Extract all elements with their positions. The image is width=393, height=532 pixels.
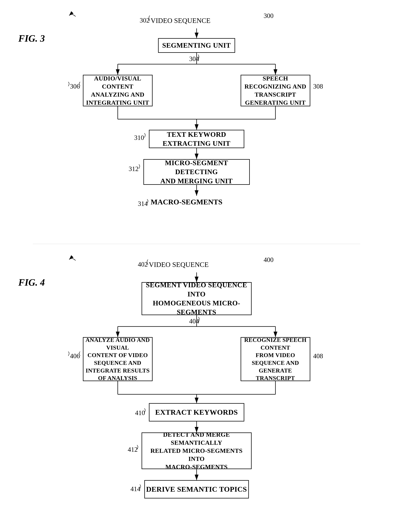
fig4-label: FIG. 4: [18, 277, 45, 288]
recognize-speech-box: RECOGNIZE SPEECH CONTENT FROM VIDEO SEQU…: [241, 337, 310, 381]
ref-308: 308: [313, 83, 323, 90]
ref-302: 302: [140, 16, 150, 24]
ref-402: 402: [138, 260, 148, 268]
ref-404: 404: [189, 317, 199, 325]
page: FIG. 3: [0, 0, 393, 532]
detect-merge-box: DETECT AND MERGE SEMANTICALLY RELATED MI…: [142, 432, 252, 469]
ref-412: 412: [128, 446, 138, 453]
ref-312: 312: [129, 165, 139, 173]
ref-310: 310: [134, 134, 144, 142]
ref300-arrow: [68, 11, 79, 22]
ref-406: 406: [70, 352, 80, 360]
fig3-flowchart: 300 302 VIDEO SEQUENCE SEGMENTING UNIT 3…: [68, 11, 325, 222]
ref400-arrow: [68, 255, 79, 266]
ref-314: 314: [138, 200, 148, 208]
segment-video-box: SEGMENT VIDEO SEQUENCE INTO HOMOGENEOUS …: [142, 282, 252, 315]
fig4-flowchart: 400 402 VIDEO SEQUENCE SEGMENT VIDEO SEQ…: [68, 255, 325, 530]
derive-semantic-box: DERIVE SEMANTIC TOPICS: [144, 480, 249, 498]
audio-visual-box: AUDIO/VISUAL CONTENT ANALYZING AND INTEG…: [83, 75, 152, 106]
ref-304: 304: [189, 55, 199, 63]
ref-408: 408: [313, 352, 323, 360]
video-sequence-label-3: VIDEO SEQUENCE: [151, 16, 211, 24]
micro-segment-box: MICRO-SEGMENT DETECTING AND MERGING UNIT: [143, 159, 250, 185]
fig4-section: FIG. 4: [15, 255, 378, 530]
macro-segments-label-3: MACRO-SEGMENTS: [151, 198, 222, 206]
extract-keywords-box: EXTRACT KEYWORDS: [149, 403, 244, 421]
video-sequence-label-4: VIDEO SEQUENCE: [149, 260, 209, 268]
ref-300: 300: [264, 12, 274, 20]
ref-400: 400: [264, 256, 274, 264]
ref-414: 414: [131, 485, 140, 493]
fig3-section: FIG. 3: [15, 11, 378, 222]
section-divider: [33, 244, 360, 244]
text-keyword-box: TEXT KEYWORD EXTRACTING UNIT: [149, 130, 244, 148]
ref-410: 410: [135, 409, 145, 417]
fig3-label: FIG. 3: [18, 33, 45, 44]
speech-recognizing-box: SPEECH RECOGNIZING AND TRANSCRIPT GENERA…: [241, 75, 310, 106]
segmenting-unit-box: SEGMENTING UNIT: [158, 38, 235, 53]
analyze-audio-box: ANALYZE AUDIO AND VISUAL CONTENT OF VIDE…: [83, 337, 152, 381]
ref-306: 306: [70, 83, 80, 90]
